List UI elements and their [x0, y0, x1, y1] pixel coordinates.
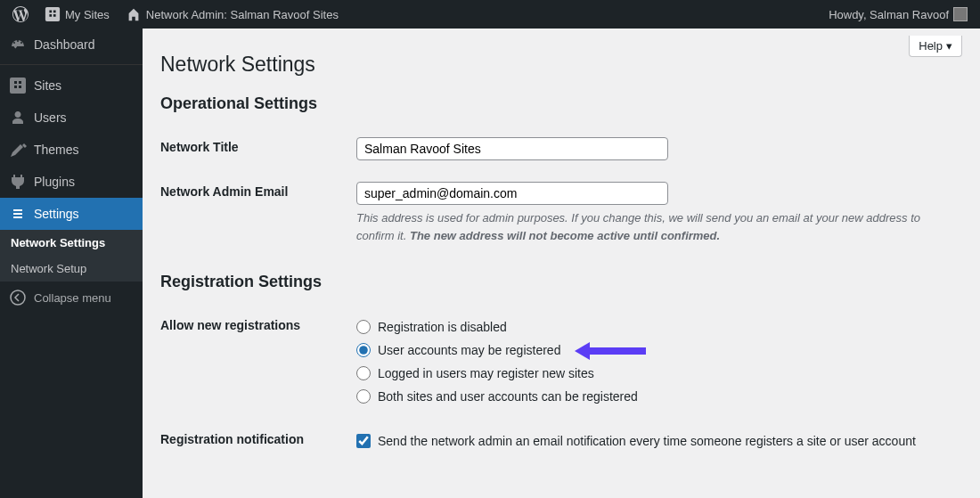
operational-settings-table: Network Title Network Admin Email This a… [160, 127, 962, 255]
reg-opt-label: User accounts may be registered [378, 343, 560, 357]
reg-radio-1[interactable] [356, 320, 371, 334]
network-title-label: Network Title [160, 127, 356, 171]
reg-notif-text: Send the network admin an email notifica… [378, 434, 916, 448]
menu-label: Dashboard [34, 37, 95, 52]
reg-radio-3[interactable] [356, 366, 371, 380]
section-operational: Operational Settings [160, 94, 962, 113]
help-tab[interactable]: Help▾ [909, 36, 962, 57]
svg-point-0 [11, 290, 25, 305]
howdy-text: Howdy, Salman Ravoof [829, 8, 949, 21]
menu-label: Themes [34, 143, 79, 157]
main-content: Help▾ Network Settings Operational Setti… [143, 29, 980, 498]
reg-radio-4[interactable] [356, 389, 371, 404]
submenu-network-setup[interactable]: Network Setup [0, 256, 143, 282]
registration-settings-table: Allow new registrations Registration is … [160, 305, 962, 463]
dashboard-icon [9, 36, 27, 53]
menu-plugins[interactable]: Plugins [0, 166, 143, 198]
themes-icon [9, 141, 27, 159]
users-icon [9, 109, 27, 127]
menu-label: Users [34, 110, 67, 125]
account-link[interactable]: Howdy, Salman Ravoof [823, 7, 973, 21]
reg-opt-label: Both sites and user accounts can be regi… [378, 389, 638, 404]
reg-notification-checkbox[interactable] [356, 434, 371, 448]
sites-icon [9, 77, 27, 94]
my-sites-label: My Sites [65, 8, 110, 21]
network-admin-label: Network Admin: Salman Ravoof Sites [146, 8, 339, 21]
reg-notification-row[interactable]: Send the network admin an email notifica… [356, 429, 962, 453]
menu-separator [0, 61, 143, 65]
section-registration: Registration Settings [160, 273, 962, 291]
menu-themes[interactable]: Themes [0, 134, 143, 166]
reg-opt-label: Logged in users may register new sites [378, 366, 594, 380]
help-label: Help [919, 39, 943, 53]
network-title-input[interactable] [356, 137, 668, 160]
page-title: Network Settings [160, 53, 962, 77]
chevron-down-icon: ▾ [946, 39, 952, 53]
admin-sidebar: Dashboard Sites Users Themes Plugins Set… [0, 29, 143, 498]
menu-label: Sites [34, 78, 61, 93]
menu-sites[interactable]: Sites [0, 69, 143, 102]
submenu-settings: Network Settings Network Setup [0, 230, 143, 282]
plugins-icon [9, 173, 27, 191]
admin-email-description: This address is used for admin purposes.… [356, 209, 927, 244]
admin-email-input[interactable] [356, 182, 668, 205]
reg-option-sites[interactable]: Logged in users may register new sites [356, 362, 962, 385]
reg-notification-label: Registration notification [160, 419, 356, 463]
sites-icon [45, 6, 61, 22]
submenu-network-settings[interactable]: Network Settings [0, 230, 143, 256]
my-sites-link[interactable]: My Sites [39, 6, 115, 22]
admin-bar: My Sites Network Admin: Salman Ravoof Si… [0, 0, 980, 29]
menu-settings[interactable]: Settings [0, 198, 143, 230]
collapse-icon [9, 289, 27, 306]
collapse-menu[interactable]: Collapse menu [0, 282, 143, 314]
menu-label: Plugins [34, 175, 75, 189]
menu-dashboard[interactable]: Dashboard [0, 29, 143, 61]
reg-option-users[interactable]: User accounts may be registered [356, 339, 962, 362]
reg-opt-label: Registration is disabled [378, 320, 507, 334]
network-admin-link[interactable]: Network Admin: Salman Ravoof Sites [120, 6, 344, 22]
avatar [953, 7, 968, 21]
collapse-label: Collapse menu [34, 291, 111, 305]
admin-email-label: Network Admin Email [160, 171, 356, 255]
home-icon [126, 6, 142, 22]
reg-option-disabled[interactable]: Registration is disabled [356, 315, 962, 339]
wp-logo[interactable] [7, 6, 34, 22]
menu-label: Settings [34, 207, 79, 221]
settings-icon [9, 205, 27, 223]
allow-registrations-label: Allow new registrations [160, 305, 356, 419]
reg-radio-2[interactable] [356, 343, 371, 357]
menu-users[interactable]: Users [0, 102, 143, 134]
reg-option-both[interactable]: Both sites and user accounts can be regi… [356, 385, 962, 408]
